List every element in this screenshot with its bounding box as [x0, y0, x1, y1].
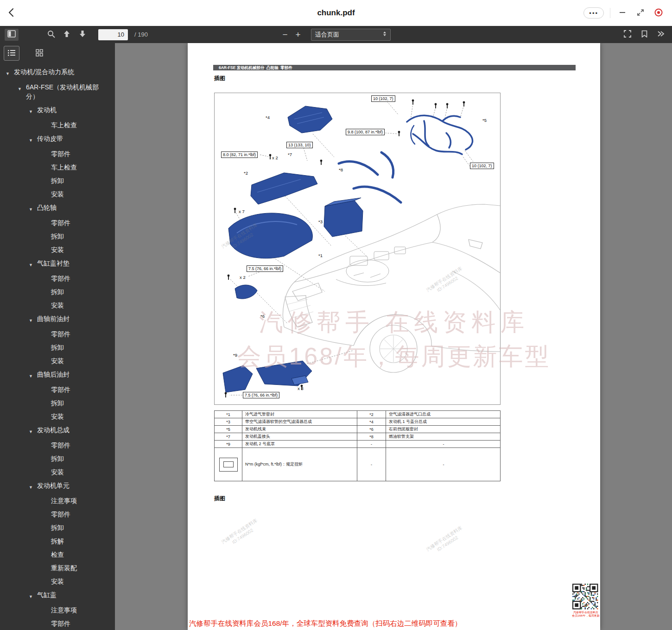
bookmark-label: 传动皮带: [37, 134, 115, 143]
bookmark-item[interactable]: 重新装配: [0, 561, 115, 575]
title-bar: chunk.pdf •••: [0, 0, 672, 26]
bookmark-item[interactable]: 安装: [0, 188, 115, 201]
bookmark-item[interactable]: 零部件: [0, 147, 115, 161]
bookmark-item[interactable]: 零部件: [0, 216, 115, 230]
caret-spacer: [43, 343, 51, 345]
minimize-button[interactable]: [616, 7, 628, 19]
caret-down-icon[interactable]: ▼: [29, 590, 37, 601]
bookmark-item[interactable]: ▼曲轴后油封: [0, 368, 115, 383]
bookmark-item[interactable]: 零部件: [0, 272, 115, 285]
fullscreen-button[interactable]: [621, 29, 634, 41]
parts-table-cell: *6: [357, 426, 386, 433]
bookmark-item[interactable]: 拆卸: [0, 452, 115, 466]
bookmark-label: 安装: [51, 301, 115, 310]
more-options-button[interactable]: •••: [583, 7, 604, 19]
caret-down-icon[interactable]: ▼: [18, 82, 26, 94]
torque-symbol-cell: [215, 448, 242, 481]
bookmark-label: 发动机/混合动力系统: [14, 67, 115, 76]
bookmark-item[interactable]: 拆卸: [0, 230, 115, 243]
next-page-button[interactable]: [76, 29, 89, 41]
bookmark-item[interactable]: 拆卸: [0, 521, 115, 535]
zoom-mode-select[interactable]: 适合页面: [311, 29, 391, 41]
caret-down-icon[interactable]: ▼: [29, 258, 37, 270]
bookmark-item[interactable]: 车上检查: [0, 119, 115, 132]
outline-view-tab[interactable]: [4, 46, 19, 61]
bookmark-item[interactable]: ▼发动机总成: [0, 423, 115, 439]
caret-spacer: [43, 274, 51, 276]
zoom-out-button[interactable]: −: [279, 29, 291, 41]
part-marker: *7: [288, 152, 292, 157]
caret-down-icon[interactable]: ▼: [29, 481, 37, 492]
bookmark-item[interactable]: ▼6AR-FSE（发动机机械部分）: [0, 81, 115, 103]
caret-down-icon[interactable]: ▼: [6, 67, 14, 78]
caret-down-icon[interactable]: ▼: [29, 105, 37, 116]
bookmark-button[interactable]: [638, 29, 651, 41]
bookmark-item[interactable]: 注意事项: [0, 494, 115, 508]
bookmark-item[interactable]: 拆卸: [0, 285, 115, 299]
bookmark-item[interactable]: ▼传动皮带: [0, 132, 115, 147]
bookmark-item[interactable]: ▼凸轮轴: [0, 201, 115, 216]
search-button[interactable]: [44, 29, 57, 41]
bookmark-item[interactable]: ▼气缸盖衬垫: [0, 257, 115, 272]
caret-spacer: [43, 232, 51, 233]
bookmark-item[interactable]: 检查: [0, 548, 115, 561]
caret-down-icon[interactable]: ▼: [29, 314, 37, 325]
bookmark-label: 安装: [51, 356, 115, 365]
caret-spacer: [43, 120, 51, 122]
bookmark-item[interactable]: 安装: [0, 410, 115, 423]
bookmark-item[interactable]: 安装: [0, 575, 115, 588]
record-target-icon: [654, 8, 663, 19]
thumbnails-view-tab[interactable]: [32, 46, 47, 61]
bookmark-item[interactable]: 注意事项: [0, 604, 115, 617]
bookmark-item[interactable]: 拆卸: [0, 397, 115, 410]
bookmark-item[interactable]: 零部件: [0, 508, 115, 521]
back-chevron-icon: [6, 12, 17, 19]
bookmark-item[interactable]: 拆卸: [0, 174, 115, 188]
torque-spec-label: 7.5 (76, 66 in.*lbf): [243, 392, 279, 398]
caret-down-icon[interactable]: ▼: [29, 134, 37, 145]
toolbar-zoom-group: − + 适合页面: [279, 29, 391, 41]
caret-spacer: [43, 287, 51, 289]
caret-spacer: [43, 605, 51, 607]
parts-table-cell: 发动机 1 号盖分总成: [386, 418, 501, 426]
record-indicator-button[interactable]: [653, 7, 665, 19]
caret-spacer: [43, 510, 51, 511]
parts-table-cell: *9: [215, 441, 242, 448]
expand-window-button[interactable]: [634, 7, 647, 19]
parts-table-row: *9发动机 2 号底罩--: [215, 441, 501, 448]
bookmark-item[interactable]: 零部件: [0, 439, 115, 452]
bookmark-item[interactable]: ▼发动机/混合动力系统: [0, 65, 115, 81]
bookmark-item[interactable]: ▼气缸盖: [0, 588, 115, 604]
bookmark-item[interactable]: 零部件: [0, 383, 115, 397]
previous-page-button[interactable]: [60, 29, 73, 41]
back-button[interactable]: [6, 7, 17, 19]
bookmark-item[interactable]: ▼发动机: [0, 103, 115, 119]
part-marker: *1: [318, 253, 323, 258]
diagonal-watermark: 汽修帮手在线资料库ID:7496002: [220, 517, 262, 550]
bookmark-item[interactable]: 零部件: [0, 617, 115, 630]
caret-down-icon[interactable]: ▼: [29, 370, 37, 381]
caret-spacer: [43, 356, 51, 358]
bookmark-label: 检查: [51, 550, 115, 559]
zoom-in-button[interactable]: +: [292, 29, 304, 41]
bookmark-label: 安装: [51, 467, 115, 477]
caret-down-icon[interactable]: ▼: [29, 203, 37, 214]
bookmark-label: 安装: [51, 412, 115, 421]
bookmark-item[interactable]: 拆解: [0, 535, 115, 548]
caret-spacer: [43, 245, 51, 247]
bookmark-item[interactable]: 安装: [0, 466, 115, 479]
bookmark-item[interactable]: 安装: [0, 299, 115, 312]
more-tools-button[interactable]: [654, 29, 667, 41]
bookmark-item[interactable]: 安装: [0, 243, 115, 257]
bookmark-item[interactable]: 零部件: [0, 328, 115, 341]
part-marker: *6: [260, 314, 265, 319]
caret-spacer: [43, 189, 51, 191]
bookmark-item[interactable]: 安装: [0, 354, 115, 368]
caret-down-icon[interactable]: ▼: [29, 425, 37, 436]
page-number-input[interactable]: [98, 29, 128, 40]
bookmark-item[interactable]: ▼曲轴前油封: [0, 312, 115, 328]
sidebar-toggle-button[interactable]: [5, 29, 19, 41]
bookmark-item[interactable]: 车上检查: [0, 161, 115, 174]
bookmark-item[interactable]: 拆卸: [0, 341, 115, 354]
bookmark-item[interactable]: ▼发动机单元: [0, 479, 115, 494]
